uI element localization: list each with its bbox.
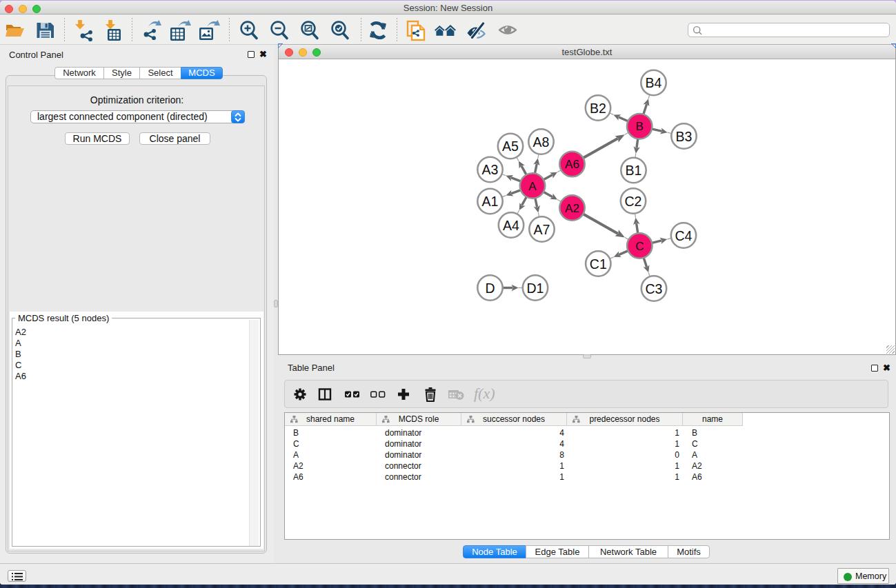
svg-text:A7: A7 <box>534 222 550 237</box>
svg-text:A2: A2 <box>565 202 579 215</box>
svg-text:C3: C3 <box>646 281 663 296</box>
svg-text:A: A <box>528 180 537 193</box>
svg-text:C4: C4 <box>675 228 693 243</box>
svg-text:B4: B4 <box>646 75 662 90</box>
svg-text:B: B <box>636 120 644 133</box>
svg-text:C2: C2 <box>625 194 642 209</box>
svg-text:A5: A5 <box>502 139 519 154</box>
svg-text:C: C <box>635 240 644 253</box>
svg-text:B1: B1 <box>626 163 642 178</box>
svg-text:A4: A4 <box>503 218 519 233</box>
svg-text:B2: B2 <box>590 101 606 116</box>
svg-text:A8: A8 <box>533 134 550 150</box>
svg-text:D: D <box>485 281 495 296</box>
svg-text:D1: D1 <box>527 281 544 296</box>
svg-text:A1: A1 <box>482 194 499 209</box>
svg-text:C1: C1 <box>590 256 607 272</box>
svg-text:A3: A3 <box>482 162 499 177</box>
svg-text:B3: B3 <box>676 129 693 144</box>
svg-text:A6: A6 <box>565 158 579 171</box>
